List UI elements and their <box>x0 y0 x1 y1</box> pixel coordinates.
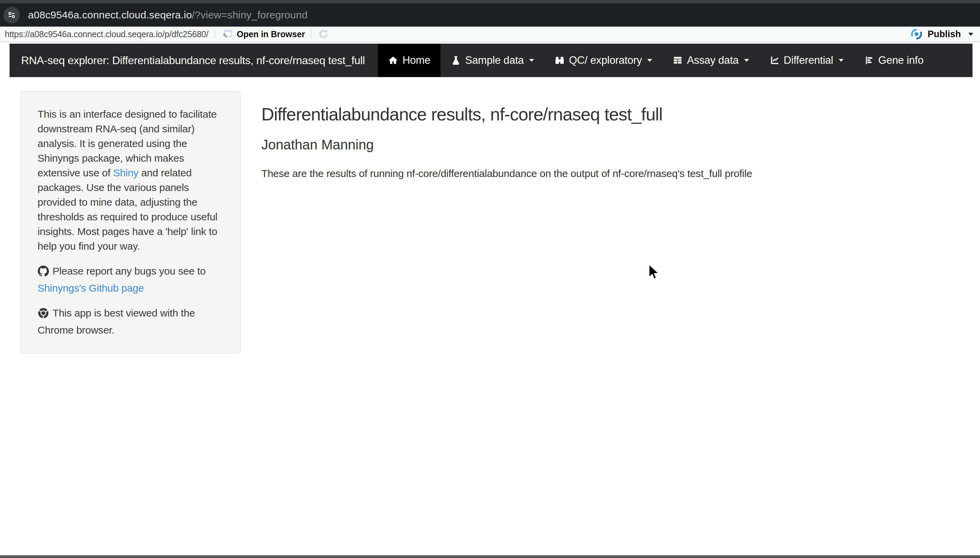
flask-icon <box>451 55 461 66</box>
chrome-note-paragraph: This app is best viewed with the Chrome … <box>38 305 224 337</box>
open-in-browser-button[interactable]: Open in Browser <box>221 28 305 40</box>
publish-dropdown-caret <box>968 33 973 36</box>
bug-report-text: Please report any bugs you see to <box>53 265 206 277</box>
page-author: Jonathan Manning <box>261 136 807 153</box>
navbar-brand: RNA-seq explorer: Differentialabundance … <box>10 44 378 77</box>
address-bar: a08c9546a.connect.cloud.seqera.io/?view=… <box>0 3 980 26</box>
intro-panel: This is an interface designed to facilit… <box>20 91 240 354</box>
publish-button[interactable]: Publish <box>910 27 973 41</box>
address-url: a08c9546a.connect.cloud.seqera.io/?view=… <box>28 9 307 21</box>
toolbar-divider <box>311 30 312 39</box>
mouse-cursor <box>647 263 661 282</box>
address-path: /?view=shiny_foreground <box>192 9 307 20</box>
toolbar-divider <box>215 30 215 39</box>
chrome-icon <box>38 307 49 323</box>
nav-item-label: QC/ exploratory <box>569 54 642 67</box>
nav-item-assay-data[interactable]: Assay data <box>662 44 759 77</box>
open-in-browser-label: Open in Browser <box>237 30 305 39</box>
line-chart-icon <box>770 55 780 66</box>
sliders-icon <box>7 10 17 20</box>
dropdown-caret <box>839 59 844 62</box>
github-page-link[interactable]: Shinyngs's Github page <box>38 282 144 294</box>
nav-item-gene-info[interactable]: Gene info <box>854 44 934 77</box>
app-window: a08c9546a.connect.cloud.seqera.io/?view=… <box>0 0 980 558</box>
address-host: a08c9546a.connect.cloud.seqera.io <box>28 9 192 20</box>
intro-text-2: and related packages. Use the various pa… <box>38 167 217 252</box>
refresh-icon[interactable] <box>318 28 329 40</box>
page-title: Differentialabundance results, nf-core/r… <box>261 104 807 125</box>
nav-item-label: Sample data <box>465 54 524 67</box>
nav-item-label: Home <box>402 54 430 67</box>
page-description: These are the results of running nf-core… <box>261 168 807 179</box>
toolbar-url: https://a08c9546a.connect.cloud.seqera.i… <box>5 30 209 39</box>
publish-icon <box>910 27 923 41</box>
intro-paragraph: This is an interface designed to facilit… <box>38 107 224 253</box>
nav-item-label: Differential <box>784 54 833 67</box>
table-icon <box>673 55 683 66</box>
binoculars-icon <box>554 55 565 66</box>
nav-item-sample-data[interactable]: Sample data <box>441 44 544 77</box>
app-navbar: RNA-seq explorer: Differentialabundance … <box>10 44 972 77</box>
nav-item-label: Assay data <box>687 54 738 67</box>
nav-item-label: Gene info <box>878 54 924 67</box>
shiny-link[interactable]: Shiny <box>113 167 138 178</box>
connect-toolbar: https://a08c9546a.connect.cloud.seqera.i… <box>0 26 980 42</box>
external-window-icon <box>221 28 233 40</box>
dropdown-caret <box>744 59 749 62</box>
dropdown-caret <box>647 59 652 62</box>
main-panel: Differentialabundance results, nf-core/r… <box>261 77 807 179</box>
chrome-note-text: This app is best viewed with the Chrome … <box>38 307 195 336</box>
bug-report-paragraph: Please report any bugs you see to Shinyn… <box>38 264 224 295</box>
home-icon <box>388 55 398 66</box>
github-icon <box>38 265 49 281</box>
session-settings-icon[interactable] <box>3 7 20 23</box>
window-bottom-edge <box>0 555 980 558</box>
nav-item-differential[interactable]: Differential <box>759 44 854 77</box>
nav-item-home[interactable]: Home <box>378 44 441 77</box>
window-top-edge <box>0 0 980 3</box>
bar-chart-icon <box>864 55 874 66</box>
nav-item-qc-exploratory[interactable]: QC/ exploratory <box>544 44 662 77</box>
dropdown-caret <box>529 59 534 62</box>
publish-label: Publish <box>927 29 961 39</box>
